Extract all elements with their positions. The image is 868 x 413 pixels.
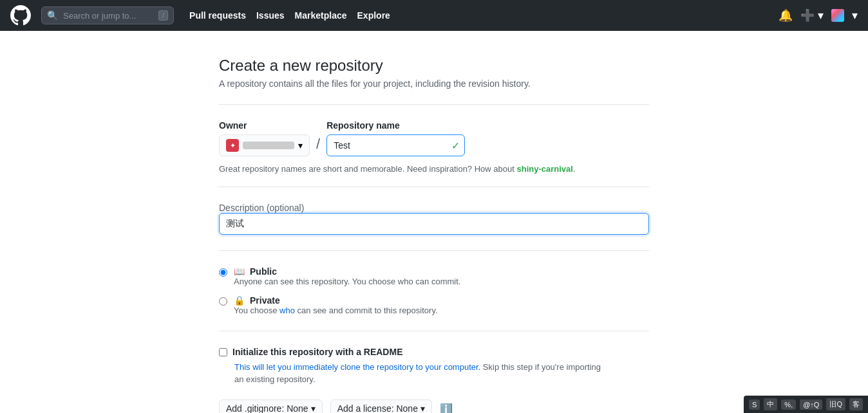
new-item-icon[interactable]: ➕ ▾: [800, 8, 824, 23]
init-section: Initialize this repository with a README…: [219, 347, 649, 384]
gitignore-chevron: ▾: [311, 403, 316, 413]
public-title: 📖 Public: [234, 266, 460, 277]
nav-right: 🔔 ➕ ▾ ▾: [778, 8, 858, 23]
page-subtitle: A repository contains all the files for …: [219, 78, 649, 89]
license-chevron: ▾: [420, 403, 425, 413]
notifications-icon[interactable]: 🔔: [778, 8, 793, 23]
repo-name-label: Repository name: [326, 120, 465, 131]
nav-issues[interactable]: Issues: [256, 10, 285, 21]
divider-visibility: [219, 250, 649, 251]
info-icon[interactable]: ℹ️: [440, 403, 453, 414]
owner-name: [243, 142, 294, 149]
form-container: Create a new repository A repository con…: [209, 57, 659, 413]
public-option: 📖 Public Anyone can see this repository.…: [219, 266, 649, 286]
init-title[interactable]: Initialize this repository with a README: [232, 347, 402, 357]
desc-optional: (optional): [267, 203, 304, 213]
avatar[interactable]: [831, 9, 844, 22]
private-radio[interactable]: [219, 297, 227, 306]
owner-chevron: ▾: [298, 140, 303, 151]
search-input[interactable]: [63, 11, 153, 21]
owner-select[interactable]: ✦ ▾: [219, 134, 310, 156]
nav-pull-requests[interactable]: Pull requests: [189, 10, 246, 21]
divider-top: [219, 104, 649, 105]
nav-marketplace[interactable]: Marketplace: [295, 10, 347, 21]
desc-label: Description (optional): [219, 203, 304, 213]
bottom-item-zh: 中: [764, 398, 777, 410]
gitignore-label: Add .gitignore: None: [226, 403, 308, 413]
private-who-link[interactable]: who: [279, 306, 295, 315]
github-logo[interactable]: [10, 5, 31, 26]
owner-repo-row: Owner ✦ ▾ / Repository name ✓: [219, 120, 649, 156]
init-clone-link[interactable]: clone: [341, 362, 361, 372]
init-readme-checkbox[interactable]: [219, 348, 227, 356]
public-icon: 📖: [234, 266, 245, 277]
divider-desc: [219, 187, 649, 187]
owner-field-group: Owner ✦ ▾: [219, 120, 310, 156]
nav-links: Pull requests Issues Marketplace Explore: [189, 10, 390, 21]
dropdowns-row: Add .gitignore: None ▾ Add a license: No…: [219, 399, 649, 413]
bottom-bar: S 中 %, @↑Q 旧Q 客: [744, 396, 868, 413]
visibility-section: 📖 Public Anyone can see this repository.…: [219, 266, 649, 315]
public-desc: Anyone can see this repository. You choo…: [234, 277, 460, 286]
bottom-item-pct: %,: [781, 399, 796, 410]
private-desc: You choose who can see and commit to thi…: [234, 306, 438, 315]
init-checkbox-row: Initialize this repository with a README: [219, 347, 649, 357]
license-dropdown[interactable]: Add a license: None ▾: [330, 399, 432, 413]
avatar-dropdown-icon[interactable]: ▾: [852, 8, 858, 23]
bottom-item-s: S: [749, 399, 760, 410]
repo-name-valid-icon: ✓: [451, 140, 460, 152]
private-title: 🔒 Private: [234, 295, 438, 306]
page-title: Create a new repository: [219, 57, 649, 75]
public-content: 📖 Public Anyone can see this repository.…: [234, 266, 460, 286]
private-option: 🔒 Private You choose who can see and com…: [219, 295, 649, 315]
public-radio[interactable]: [219, 268, 227, 277]
nav-explore[interactable]: Explore: [357, 10, 390, 21]
bottom-item-q1: @↑Q: [800, 399, 822, 410]
gitignore-dropdown[interactable]: Add .gitignore: None ▾: [219, 399, 323, 413]
main-content: Create a new repository A repository con…: [0, 31, 868, 413]
name-suggestion: shiny-carnival: [516, 164, 572, 174]
divider-init: [219, 331, 649, 331]
bottom-item-q2: 旧Q: [826, 398, 845, 410]
search-icon: 🔍: [47, 10, 58, 21]
owner-icon: ✦: [226, 139, 239, 152]
navbar: 🔍 / Pull requests Issues Marketplace Exp…: [0, 0, 868, 31]
repo-name-field-group: Repository name ✓: [326, 120, 465, 156]
description-input[interactable]: [219, 213, 649, 235]
init-desc2: an existing repository.: [234, 374, 649, 384]
slash-kbd: /: [158, 10, 168, 21]
repo-name-input[interactable]: [326, 134, 465, 156]
private-icon: 🔒: [234, 295, 245, 306]
name-hint: Great repository names are short and mem…: [219, 164, 649, 174]
bottom-item-guest: 客: [849, 398, 863, 410]
private-content: 🔒 Private You choose who can see and com…: [234, 295, 438, 315]
init-desc: This will let you immediately clone the …: [234, 362, 649, 372]
search-bar[interactable]: 🔍 /: [41, 6, 174, 24]
license-label: Add a license: None: [337, 403, 418, 413]
owner-repo-separator: /: [310, 136, 326, 156]
repo-name-wrapper: ✓: [326, 134, 465, 156]
owner-label: Owner: [219, 120, 310, 131]
